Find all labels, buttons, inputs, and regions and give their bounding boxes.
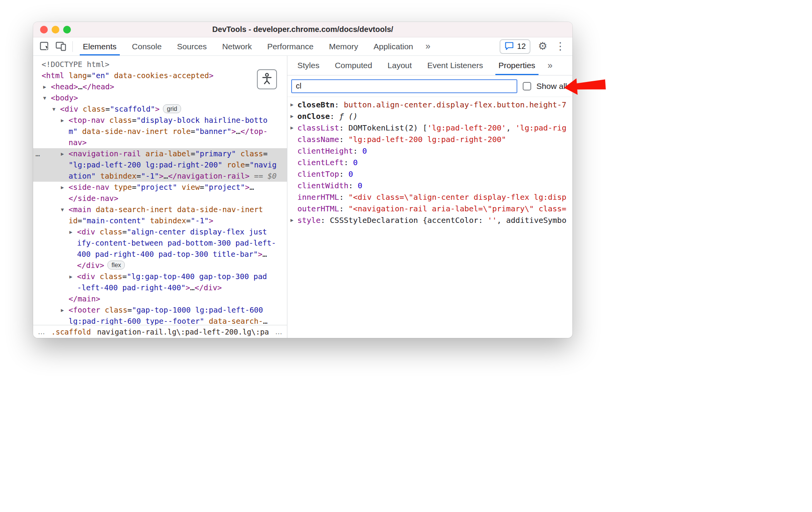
code-segment [109, 71, 114, 80]
dom-tree-line[interactable]: ify-content-between pad-bottom-300 pad-l… [33, 238, 287, 249]
code-segment: class [100, 272, 122, 281]
inspect-icon[interactable] [39, 40, 51, 54]
property-row-clientLeft[interactable]: clientLeft: 0 [287, 157, 572, 168]
disclosure-right-icon[interactable]: ▶ [290, 99, 294, 110]
disclosure-right-icon[interactable]: ▶ [61, 115, 69, 126]
tab-console[interactable]: Console [124, 37, 169, 55]
disclosure-down-icon[interactable]: ▼ [43, 92, 51, 104]
code-segment: "primary" [195, 149, 236, 158]
dom-tree-line[interactable]: </main> [33, 293, 287, 305]
disclosure-right-icon[interactable]: ▶ [69, 271, 77, 282]
code-segment: = [200, 183, 205, 192]
dom-tree-line[interactable]: ▼<main data-search-inert data-side-nav-i… [33, 204, 287, 215]
accessibility-button[interactable] [257, 69, 277, 89]
close-window-button[interactable] [40, 26, 48, 33]
dom-tree-line[interactable]: ▶<head>…</head> [33, 81, 287, 92]
code-segment [77, 127, 82, 136]
code-segment [64, 71, 69, 80]
code-segment [105, 116, 109, 125]
more-sidebar-tabs-button[interactable]: » [543, 56, 557, 75]
dom-tree-line[interactable]: ▶<side-nav type="project" view="project"… [33, 182, 287, 193]
breadcrumb-selected-node[interactable]: navigation-rail.lg\:pad-left-200.lg\:pad… [97, 328, 269, 336]
dom-tree-line[interactable]: <!DOCTYPE html> [33, 59, 287, 70]
dom-tree-line[interactable]: </side-nav> [33, 193, 287, 204]
dom-tree-line[interactable]: <html lang="en" data-cookies-accepted> [33, 70, 287, 81]
zoom-window-button[interactable] [63, 26, 71, 33]
dom-tree-line[interactable]: "lg:pad-left-200 lg:pad-right-200" role=… [33, 159, 287, 171]
breadcrumb-overflow[interactable]: … [38, 328, 45, 336]
property-row-onClose[interactable]: ▶onClose: ƒ () [287, 110, 572, 122]
code-segment: "en" [91, 71, 109, 80]
property-row-style[interactable]: ▶style: CSSStyleDeclaration {accentColor… [287, 214, 572, 226]
breadcrumb-scaffold[interactable]: .scaffold [51, 328, 91, 336]
property-row-className[interactable]: className: "lg:pad-left-200 lg:pad-right… [287, 134, 572, 145]
console-messages-button[interactable]: 12 [500, 39, 530, 54]
property-row-clientTop[interactable]: clientTop: 0 [287, 168, 572, 180]
dom-tree-line[interactable]: ▶<top-nav class="display-block hairline-… [33, 115, 287, 126]
disclosure-right-icon[interactable]: ▶ [61, 148, 69, 159]
tab-styles[interactable]: Styles [290, 56, 327, 75]
property-key: clientWidth [297, 181, 348, 190]
disclosure-right-icon[interactable]: ▶ [290, 110, 294, 122]
dom-tree-line[interactable]: ation" tabindex="-1">…</navigation-rail>… [33, 171, 287, 182]
tab-properties[interactable]: Properties [491, 56, 543, 75]
tab-computed[interactable]: Computed [327, 56, 380, 75]
flex-badge[interactable]: flex [107, 261, 125, 269]
code-segment: > [232, 127, 236, 136]
dom-tree-line[interactable]: lg:pad-right-600 type--footer" data-sear… [33, 316, 287, 325]
property-row-closeBtn[interactable]: ▶closeBtn: button.align-center.display-f… [287, 99, 572, 110]
code-segment: <div [77, 272, 95, 281]
dom-tree-line[interactable]: ▶<div class="align-center display-flex j… [33, 226, 287, 238]
tab-layout[interactable]: Layout [380, 56, 419, 75]
tab-performance[interactable]: Performance [260, 37, 321, 55]
property-value-segment: button.align-center.display-flex.button.… [344, 100, 566, 109]
tab-event-listeners[interactable]: Event Listeners [419, 56, 491, 75]
dom-tree-line[interactable]: 400 pad-right-400 pad-top-300 title-bar"… [33, 249, 287, 260]
dom-tree-line[interactable]: …▶<navigation-rail aria-label="primary" … [33, 148, 287, 159]
property-colon: : [330, 112, 339, 121]
more-options-icon[interactable]: ⋮ [555, 41, 565, 52]
disclosure-down-icon[interactable]: ▼ [61, 204, 69, 215]
device-toolbar-icon[interactable] [55, 40, 67, 54]
tab-elements[interactable]: Elements [75, 37, 124, 55]
property-row-outerHTML[interactable]: outerHTML: "<navigation-rail aria-label=… [287, 203, 572, 214]
disclosure-right-icon[interactable]: ▶ [69, 226, 77, 238]
dom-tree-line[interactable]: ▶<div class="lg:gap-top-400 gap-top-300 … [33, 271, 287, 282]
grid-badge[interactable]: grid [163, 104, 181, 113]
devtools-toolbar: ElementsConsoleSourcesNetworkPerformance… [33, 37, 572, 56]
node-overflow-menu-icon[interactable]: … [35, 148, 41, 159]
tab-application[interactable]: Application [366, 37, 421, 55]
property-key: onClose [297, 112, 330, 121]
more-panels-button[interactable]: » [421, 37, 435, 55]
disclosure-right-icon[interactable]: ▶ [290, 122, 294, 134]
show-all-checkbox[interactable] [523, 82, 531, 90]
disclosure-right-icon[interactable]: ▶ [61, 182, 69, 193]
dom-tree-line[interactable]: m" data-side-nav-inert role="banner">…</… [33, 126, 287, 137]
property-row-innerHTML[interactable]: innerHTML: "<div class=\"align-center di… [287, 191, 572, 203]
code-segment [100, 306, 105, 315]
dom-tree-line[interactable]: id="main-content" tabindex="-1"> [33, 215, 287, 226]
disclosure-right-icon[interactable]: ▶ [61, 305, 69, 316]
dom-tree-line[interactable]: ▼<body> [33, 92, 287, 104]
tab-network[interactable]: Network [215, 37, 260, 55]
property-row-clientWidth[interactable]: clientWidth: 0 [287, 180, 572, 191]
code-segment: > [245, 183, 250, 192]
code-segment [96, 172, 100, 181]
tab-memory[interactable]: Memory [321, 37, 366, 55]
dom-tree-line[interactable]: ▶<footer class="gap-top-1000 lg:pad-left… [33, 305, 287, 316]
properties-filter-input[interactable] [291, 79, 517, 93]
disclosure-right-icon[interactable]: ▶ [43, 81, 51, 92]
dom-tree-line[interactable]: </div>flex [33, 260, 287, 271]
disclosure-right-icon[interactable]: ▶ [290, 214, 294, 226]
dom-tree-line[interactable]: -left-400 pad-right-400">…</div> [33, 282, 287, 293]
code-segment: "project" [204, 183, 245, 192]
disclosure-down-icon[interactable]: ▼ [52, 104, 60, 115]
code-segment: </head> [82, 82, 114, 91]
property-row-classList[interactable]: ▶classList: DOMTokenList(2) ['lg:pad-lef… [287, 122, 572, 134]
property-row-clientHeight[interactable]: clientHeight: 0 [287, 145, 572, 157]
minimize-window-button[interactable] [52, 26, 59, 33]
tab-sources[interactable]: Sources [169, 37, 215, 55]
dom-tree-line[interactable]: ▼<div class="scaffold">grid [33, 104, 287, 115]
dom-tree-line[interactable]: nav> [33, 137, 287, 148]
settings-gear-icon[interactable]: ⚙ [538, 41, 547, 52]
